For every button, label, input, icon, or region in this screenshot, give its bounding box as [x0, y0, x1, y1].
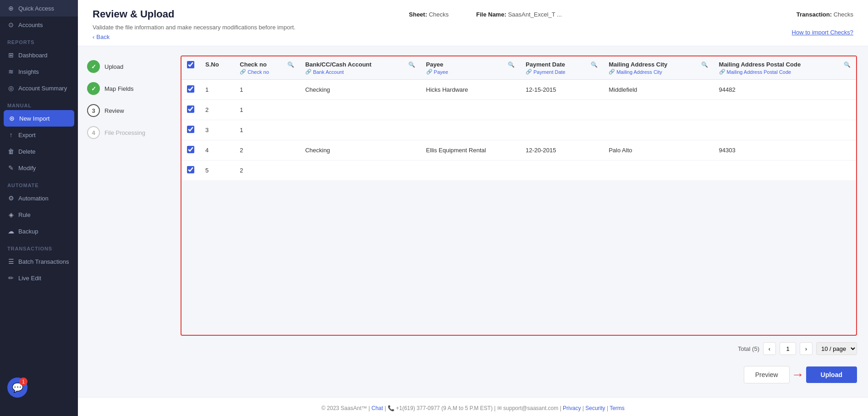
- step-circle-map-fields: ✓: [87, 82, 100, 95]
- arrow-icon: →: [791, 367, 804, 382]
- sidebar-item-dashboard[interactable]: ⊞ Dashboard: [0, 47, 78, 63]
- cell-paymentdate: 12-15-2015: [520, 80, 603, 100]
- cell-city: [603, 161, 713, 181]
- modify-icon: ✎: [7, 164, 15, 172]
- cell-paymentdate: [520, 100, 603, 120]
- step-label-upload: Upload: [104, 63, 123, 70]
- city-search-icon[interactable]: 🔍: [701, 61, 708, 68]
- sidebar-item-insights[interactable]: ≋ Insights: [0, 63, 78, 80]
- footer-security-link[interactable]: Security: [585, 405, 605, 411]
- sidebar-item-live-edit[interactable]: ✏ Live Edit: [0, 270, 78, 286]
- row-checkbox[interactable]: [187, 146, 194, 153]
- batch-transactions-icon: ☰: [7, 258, 15, 265]
- col-header-checkno: Check no 🔍 🔗Check no: [234, 56, 300, 80]
- sidebar-item-backup[interactable]: ☁ Backup: [0, 223, 78, 239]
- prev-page-button[interactable]: ‹: [763, 342, 776, 355]
- footer-privacy-link[interactable]: Privacy: [563, 405, 581, 411]
- postal-search-icon[interactable]: 🔍: [844, 61, 851, 68]
- quick-access-icon: ⊕: [7, 5, 15, 12]
- col-header-paymentdate: Payment Date 🔍 🔗Payment Date: [520, 56, 603, 80]
- preview-button[interactable]: Preview: [744, 366, 790, 383]
- live-edit-icon: ✏: [7, 274, 15, 282]
- account-summary-icon: ◎: [7, 84, 15, 92]
- sidebar-item-batch-transactions[interactable]: ☰ Batch Transactions: [0, 253, 78, 270]
- cell-bank: [300, 100, 421, 120]
- sidebar-item-quick-access[interactable]: ⊕ Quick Access: [0, 0, 78, 17]
- col-header-payee: Payee 🔍 🔗Payee: [421, 56, 520, 80]
- checkno-search-icon[interactable]: 🔍: [287, 61, 294, 68]
- sidebar-item-accounts[interactable]: ⊙ Accounts: [0, 17, 78, 33]
- steps-content-area: ✓ Upload ✓ Map Fields 3 Review 4 File Pr…: [78, 46, 868, 397]
- step-review: 3 Review: [87, 104, 160, 117]
- how-to-link[interactable]: How to import Checks?: [792, 29, 853, 36]
- step-label-map-fields: Map Fields: [104, 85, 134, 92]
- sidebar-item-automation[interactable]: ⚙ Automation: [0, 190, 78, 206]
- header-meta: Sheet: Checks File Name: SaasAnt_Excel_T…: [202, 11, 769, 18]
- cell-sno: 3: [200, 120, 234, 140]
- cell-postal: 94303: [714, 140, 856, 161]
- bank-search-icon[interactable]: 🔍: [408, 61, 415, 68]
- col-header-bank: Bank/CC/Cash Account 🔍 🔗Bank Account: [300, 56, 421, 80]
- data-table-wrapper: S.No Check no 🔍 🔗Check no: [181, 55, 857, 336]
- cell-postal: [714, 161, 856, 181]
- transaction-info: Transaction: Checks: [797, 11, 853, 18]
- dashboard-icon: ⊞: [7, 51, 15, 59]
- select-all-checkbox[interactable]: [187, 61, 194, 68]
- new-import-icon: ⊛: [8, 115, 16, 122]
- page-title: Review & Upload: [93, 8, 174, 20]
- table-row: 4 2 Checking Ellis Equipment Rental 12-2…: [181, 140, 856, 161]
- cell-checkno: 1: [234, 120, 300, 140]
- col-header-sno: S.No: [200, 56, 234, 80]
- sidebar-item-rule[interactable]: ◈ Rule: [0, 206, 78, 223]
- back-chevron: ‹: [93, 33, 94, 40]
- sidebar-item-modify[interactable]: ✎ Modify: [0, 160, 78, 176]
- payee-search-icon[interactable]: 🔍: [508, 61, 515, 68]
- cell-city: [603, 120, 713, 140]
- cell-city: Middlefield: [603, 80, 713, 100]
- row-checkbox[interactable]: [187, 85, 194, 93]
- next-page-button[interactable]: ›: [800, 342, 813, 355]
- sidebar-item-delete[interactable]: 🗑 Delete: [0, 143, 78, 160]
- footer-chat-link[interactable]: Chat: [372, 405, 383, 411]
- chat-badge: 1: [19, 377, 27, 386]
- cell-bank: Checking: [300, 140, 421, 161]
- cell-checkno: 2: [234, 161, 300, 181]
- back-button[interactable]: ‹ Back: [93, 33, 110, 40]
- table-row: 1 1 Checking Hicks Hardware 12-15-2015 M…: [181, 80, 856, 100]
- reports-section-label: REPORTS: [0, 33, 78, 47]
- cell-payee: [421, 120, 520, 140]
- sidebar-item-new-import[interactable]: ⊛ New Import: [4, 110, 74, 127]
- accounts-icon: ⊙: [7, 21, 15, 28]
- paymentdate-search-icon[interactable]: 🔍: [591, 61, 598, 68]
- row-checkbox[interactable]: [187, 166, 194, 173]
- chat-button[interactable]: 💬 1: [7, 377, 27, 398]
- filename-info: File Name: SaasAnt_Excel_T ...: [476, 11, 562, 18]
- cell-payee: Ellis Equipment Rental: [421, 140, 520, 161]
- per-page-select[interactable]: 10 / page 20 / page 50 / page: [816, 342, 857, 355]
- main-content: Review & Upload Sheet: Checks File Name:…: [78, 0, 868, 416]
- data-table: S.No Check no 🔍 🔗Check no: [181, 56, 856, 180]
- page-input[interactable]: [780, 342, 796, 355]
- row-checkbox[interactable]: [187, 126, 194, 133]
- sidebar-item-export[interactable]: ↑ Export: [0, 127, 78, 143]
- cell-sno: 4: [200, 140, 234, 161]
- step-label-file-processing: File Processing: [104, 129, 145, 136]
- footer-terms-link[interactable]: Terms: [610, 405, 625, 411]
- cell-checkno: 2: [234, 140, 300, 161]
- sidebar-item-account-summary[interactable]: ◎ Account Summary: [0, 80, 78, 96]
- row-checkbox[interactable]: [187, 105, 194, 113]
- col-header-city: Mailing Address City 🔍 🔗Mailing Address …: [603, 56, 713, 80]
- cell-paymentdate: 12-20-2015: [520, 140, 603, 161]
- upload-button[interactable]: Upload: [806, 366, 857, 383]
- steps-sidebar: ✓ Upload ✓ Map Fields 3 Review 4 File Pr…: [78, 46, 170, 397]
- table-row: 3 1: [181, 120, 856, 140]
- insights-icon: ≋: [7, 68, 15, 75]
- footer-phone: 📞 +1(619) 377-0977 (9 A.M to 5 P.M EST): [388, 405, 493, 411]
- page-subtitle: Validate the file information and make n…: [93, 24, 296, 31]
- cell-city: Palo Alto: [603, 140, 713, 161]
- cell-city: [603, 100, 713, 120]
- transactions-section-label: TRANSACTIONS: [0, 239, 78, 253]
- cell-sno: 1: [200, 80, 234, 100]
- sheet-info: Sheet: Checks: [409, 11, 449, 18]
- main-table-area: S.No Check no 🔍 🔗Check no: [170, 46, 868, 397]
